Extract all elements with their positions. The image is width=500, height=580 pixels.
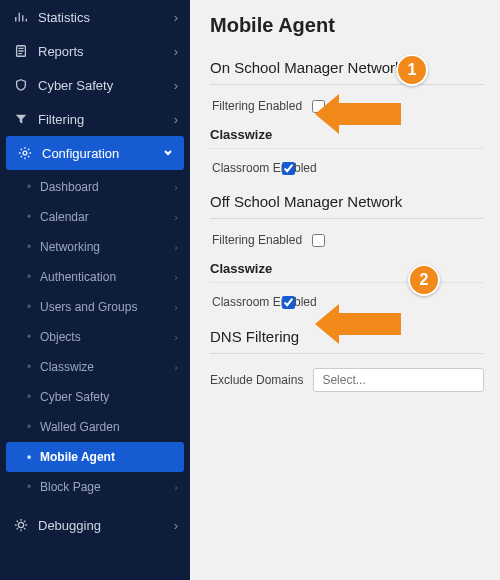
- sub-label: Dashboard: [40, 180, 99, 194]
- chevron-right-icon: ›: [174, 241, 178, 253]
- sub-label: Classwize: [40, 360, 94, 374]
- chevron-right-icon: ›: [174, 112, 178, 127]
- nav-reports[interactable]: Reports ›: [0, 34, 190, 68]
- on-network-group: Filtering Enabled Classwize Classroom En…: [210, 99, 484, 175]
- sub-mobile-agent[interactable]: Mobile Agent: [6, 442, 184, 472]
- filtering-enabled-label: Filtering Enabled: [212, 99, 302, 113]
- section-on-network: On School Manager Network: [210, 59, 484, 85]
- sidebar: Statistics › Reports › Cyber Safety › Fi…: [0, 0, 190, 580]
- filter-icon: [12, 112, 30, 126]
- sub-networking[interactable]: Networking›: [0, 232, 190, 262]
- sub-label: Objects: [40, 330, 81, 344]
- sub-calendar[interactable]: Calendar›: [0, 202, 190, 232]
- gear-icon: [16, 146, 34, 160]
- filtering-enabled-checkbox-on[interactable]: [312, 100, 325, 113]
- nav-label: Statistics: [38, 10, 90, 25]
- classroom-enabled-row-on: Classroom Enabled: [212, 161, 484, 175]
- sub-label: Mobile Agent: [40, 450, 115, 464]
- sub-users-and-groups[interactable]: Users and Groups›: [0, 292, 190, 322]
- nav-cyber-safety[interactable]: Cyber Safety ›: [0, 68, 190, 102]
- chevron-right-icon: ›: [174, 181, 178, 193]
- debug-icon: [12, 518, 30, 532]
- sub-classwize[interactable]: Classwize›: [0, 352, 190, 382]
- nav-filtering[interactable]: Filtering ›: [0, 102, 190, 136]
- chevron-right-icon: ›: [174, 78, 178, 93]
- page-title: Mobile Agent: [210, 14, 484, 37]
- exclude-domains-label: Exclude Domains: [210, 373, 303, 387]
- stats-icon: [12, 10, 30, 24]
- nav-label: Configuration: [42, 146, 119, 161]
- sub-label: Networking: [40, 240, 100, 254]
- sub-label: Block Page: [40, 480, 101, 494]
- filtering-enabled-checkbox-off[interactable]: [312, 234, 325, 247]
- nav-label: Debugging: [38, 518, 101, 533]
- svg-point-2: [18, 522, 23, 527]
- nav-configuration[interactable]: Configuration: [6, 136, 184, 170]
- sub-walled-garden[interactable]: Walled Garden: [0, 412, 190, 442]
- chevron-down-icon: [162, 146, 174, 161]
- chevron-right-icon: ›: [174, 10, 178, 25]
- classwize-heading-on: Classwize: [210, 127, 484, 149]
- svg-point-1: [23, 151, 27, 155]
- nav-label: Cyber Safety: [38, 78, 113, 93]
- classroom-enabled-label: Classroom Enabled: [212, 161, 272, 175]
- exclude-domains-select[interactable]: [313, 368, 484, 392]
- filtering-enabled-label: Filtering Enabled: [212, 233, 302, 247]
- sub-cyber-safety[interactable]: Cyber Safety: [0, 382, 190, 412]
- chevron-right-icon: ›: [174, 361, 178, 373]
- chevron-right-icon: ›: [174, 518, 178, 533]
- configuration-submenu: Dashboard› Calendar› Networking› Authent…: [0, 170, 190, 508]
- main-panel: Mobile Agent On School Manager Network F…: [190, 0, 500, 580]
- classroom-enabled-checkbox-on[interactable]: [282, 162, 295, 175]
- sub-label: Calendar: [40, 210, 89, 224]
- section-dns: DNS Filtering: [210, 328, 484, 354]
- sub-block-page[interactable]: Block Page›: [0, 472, 190, 502]
- nav-label: Filtering: [38, 112, 84, 127]
- classroom-enabled-row-off: Classroom Enabled: [212, 295, 484, 309]
- chevron-right-icon: ›: [174, 331, 178, 343]
- chevron-right-icon: ›: [174, 44, 178, 59]
- chevron-right-icon: ›: [174, 481, 178, 493]
- chevron-right-icon: ›: [174, 271, 178, 283]
- filtering-enabled-row-off: Filtering Enabled: [212, 233, 484, 247]
- reports-icon: [12, 44, 30, 58]
- filtering-enabled-row-on: Filtering Enabled: [212, 99, 484, 113]
- sub-authentication[interactable]: Authentication›: [0, 262, 190, 292]
- off-network-group: Filtering Enabled Classwize Classroom En…: [210, 233, 484, 309]
- sub-objects[interactable]: Objects›: [0, 322, 190, 352]
- nav-debugging[interactable]: Debugging ›: [0, 508, 190, 542]
- sub-dashboard[interactable]: Dashboard›: [0, 172, 190, 202]
- nav-statistics[interactable]: Statistics ›: [0, 0, 190, 34]
- classroom-enabled-checkbox-off[interactable]: [282, 296, 295, 309]
- sub-label: Cyber Safety: [40, 390, 109, 404]
- chevron-right-icon: ›: [174, 211, 178, 223]
- shield-icon: [12, 78, 30, 92]
- nav-label: Reports: [38, 44, 84, 59]
- section-off-network: Off School Manager Network: [210, 193, 484, 219]
- sub-label: Authentication: [40, 270, 116, 284]
- classwize-heading-off: Classwize: [210, 261, 484, 283]
- chevron-right-icon: ›: [174, 301, 178, 313]
- exclude-domains-row: Exclude Domains: [210, 368, 484, 392]
- sub-label: Users and Groups: [40, 300, 137, 314]
- sub-label: Walled Garden: [40, 420, 120, 434]
- classroom-enabled-label: Classroom Enabled: [212, 295, 272, 309]
